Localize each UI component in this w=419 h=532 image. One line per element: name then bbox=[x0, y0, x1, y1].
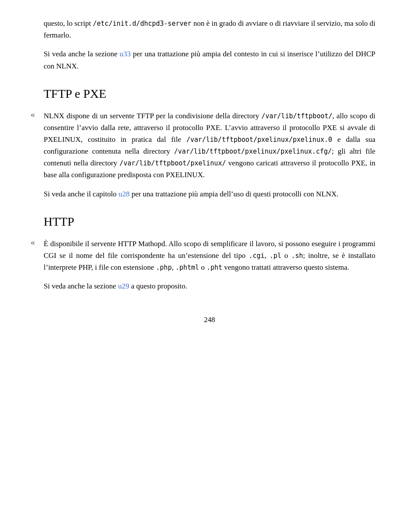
section-http: HTTP « È disponibile il servente HTTP Ma… bbox=[44, 212, 375, 292]
http-p1-code5: .phtml bbox=[175, 264, 199, 271]
http-p1-text2: , bbox=[264, 251, 269, 260]
http-p2-text-after: a questo proposito. bbox=[129, 282, 187, 290]
tftp-pxe-marker: « bbox=[31, 110, 35, 119]
tftp-p1-code4: /var/lib/tftpboot/pxelinux/ bbox=[120, 159, 226, 167]
http-p1-code1: .cgi bbox=[249, 252, 264, 260]
http-p2-text-before: Si veda anche la sezione bbox=[44, 282, 118, 290]
intro-p2-text-before: Si veda anche la sezione bbox=[44, 50, 120, 58]
http-heading: HTTP bbox=[44, 212, 375, 232]
link-u33[interactable]: u33 bbox=[120, 50, 131, 58]
http-marker: « bbox=[31, 238, 35, 247]
tftp-p1-code1: /var/lib/tftpboot/ bbox=[261, 112, 333, 120]
http-p1-text3: o bbox=[281, 251, 291, 260]
http-paragraph-2: Si veda anche la sezione u29 a questo pr… bbox=[44, 280, 375, 292]
http-p1-code4: .php bbox=[156, 264, 172, 271]
tftp-p1-code2: /var/lib/tftpboot/pxelinux/pxelinux.0 bbox=[186, 136, 332, 144]
intro-p1-text-before: questo, lo script bbox=[44, 19, 93, 27]
http-p1-code3: .sh bbox=[291, 252, 303, 260]
section-tftp-pxe: TFTP e PXE « NLNX dispone di un servente… bbox=[44, 84, 375, 200]
tftp-p1-text1: NLNX dispone di un servente TFTP per la … bbox=[44, 112, 261, 120]
tftp-paragraph-2: Si veda anche il capitolo u28 per una tr… bbox=[44, 188, 375, 200]
tftp-p1-code3: /var/lib/tftpboot/pxelinux/pxelinux.cfg/ bbox=[174, 148, 332, 155]
http-p1-code2: .pl bbox=[269, 252, 281, 260]
tftp-pxe-heading: TFTP e PXE bbox=[44, 84, 375, 104]
http-p1-text6: o bbox=[199, 263, 206, 271]
page-number: 248 bbox=[44, 314, 375, 326]
link-u28[interactable]: u28 bbox=[118, 190, 130, 198]
http-p1-text7: vengono trattati attraverso questo siste… bbox=[222, 263, 349, 271]
tftp-p2-text-before: Si veda anche il capitolo bbox=[44, 190, 118, 198]
tftp-p2-text-after: per una trattazione più ampia dell’uso d… bbox=[130, 190, 339, 198]
http-p1-code6: .pht bbox=[206, 264, 222, 271]
intro-p1-code: /etc/init.d/dhcpd3-server bbox=[93, 20, 192, 27]
tftp-paragraph-1: NLNX dispone di un servente TFTP per la … bbox=[44, 110, 375, 181]
link-u29[interactable]: u29 bbox=[118, 282, 129, 290]
http-paragraph-1: È disponibile il servente HTTP Mathopd. … bbox=[44, 238, 375, 274]
http-p1-text5: , bbox=[172, 263, 175, 271]
intro-paragraph-1: questo, lo script /etc/init.d/dhcpd3-ser… bbox=[44, 17, 375, 41]
intro-paragraph-2: Si veda anche la sezione u33 per una tra… bbox=[44, 48, 375, 72]
